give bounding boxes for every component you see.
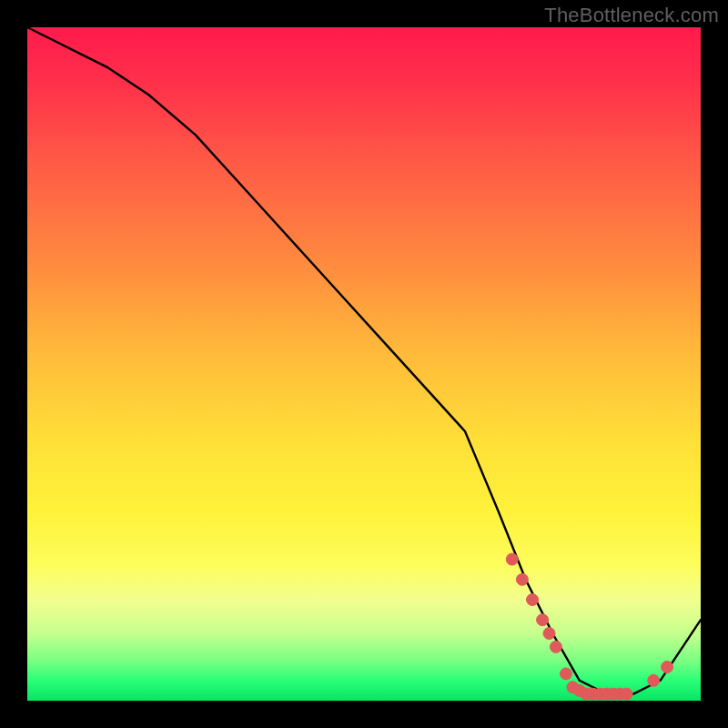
data-marker [561, 668, 572, 680]
data-marker [550, 641, 561, 652]
data-marker [537, 614, 549, 626]
data-marker [516, 573, 528, 585]
chart-frame: TheBottleneck.com [0, 0, 728, 728]
data-marker [621, 688, 632, 700]
data-marker [506, 553, 518, 565]
plot-area [27, 27, 701, 701]
marker-group [506, 553, 672, 700]
data-marker [527, 594, 539, 606]
data-marker [648, 674, 660, 686]
chart-svg [27, 27, 701, 701]
data-marker [543, 628, 555, 640]
bottleneck-curve [27, 27, 701, 694]
data-marker [662, 662, 673, 673]
watermark-text: TheBottleneck.com [544, 4, 719, 27]
